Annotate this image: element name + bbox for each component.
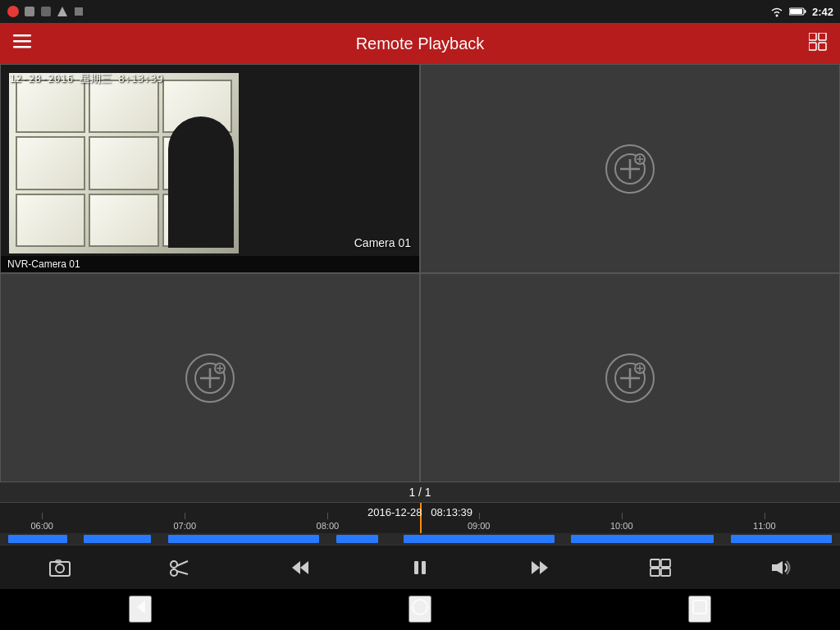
app-icon-2 — [23, 5, 36, 18]
pause-button[interactable] — [404, 551, 436, 584]
timeline-segment — [84, 535, 151, 543]
battery-icon — [789, 7, 807, 16]
video-cell-empty-2[interactable] — [0, 273, 420, 482]
recents-square-icon — [690, 597, 710, 617]
status-time: 2:42 — [812, 6, 833, 18]
svg-rect-12 — [809, 33, 816, 40]
grid-view-button[interactable] — [809, 33, 827, 55]
video-cell-empty-3[interactable] — [420, 273, 840, 482]
fast-forward-button[interactable] — [523, 551, 556, 584]
rewind-button[interactable] — [284, 551, 317, 584]
timeline-date-badge: 2016-12-28 08:13:39 — [368, 506, 472, 518]
timeline-header: 06:0007:0008:0009:0010:0011:00 2016-12-2… — [0, 502, 840, 533]
svg-rect-50 — [661, 568, 670, 576]
figure-silhouette — [168, 116, 234, 248]
app-icon-3 — [39, 5, 52, 18]
grid-layout-icon — [809, 33, 827, 51]
window-pane — [16, 80, 85, 133]
svg-rect-43 — [414, 561, 418, 574]
camera-label-overlay: Camera 01 — [354, 236, 411, 249]
window-pane — [89, 80, 158, 133]
page-indicator-text: 1 / 1 — [409, 486, 431, 499]
video-cell-camera1[interactable]: 12-28-2016 星期三 8:13:39 Camera 01 NVR-Cam… — [0, 64, 420, 273]
home-button[interactable] — [409, 596, 431, 623]
timeline-area[interactable]: 06:0007:0008:0009:0010:0011:00 2016-12-2… — [0, 502, 840, 545]
window-pane — [89, 136, 158, 189]
tick-label: 07:00 — [174, 521, 197, 531]
svg-rect-7 — [804, 10, 806, 13]
multiscreen-button[interactable] — [644, 551, 677, 584]
clip-button[interactable] — [163, 551, 196, 584]
svg-rect-4 — [75, 7, 83, 16]
camera-footer-label: NVR-Camera 01 — [1, 256, 419, 272]
app-header: Remote Playback — [0, 23, 840, 64]
app-icon-4 — [56, 5, 69, 18]
svg-rect-14 — [809, 43, 816, 50]
timeline-bar-row[interactable] — [0, 533, 840, 545]
window-pane — [16, 194, 85, 247]
scissors-icon — [168, 558, 191, 578]
timeline-date: 2016-12-28 — [368, 506, 422, 518]
back-button[interactable] — [129, 596, 152, 623]
svg-rect-54 — [693, 600, 706, 614]
tick-label: 10:00 — [610, 521, 633, 531]
add-channel-button-2[interactable] — [185, 354, 235, 403]
timeline-segment — [731, 535, 832, 543]
pause-icon — [410, 558, 430, 578]
screenshot-button[interactable] — [43, 551, 76, 584]
svg-point-53 — [413, 600, 427, 614]
tick-line — [327, 513, 328, 519]
window-pane — [16, 136, 85, 189]
bottom-toolbar — [0, 545, 840, 589]
svg-marker-51 — [772, 561, 783, 574]
wifi-icon — [769, 6, 784, 17]
svg-rect-1 — [25, 7, 34, 16]
add-channel-button-3[interactable] — [605, 354, 655, 403]
svg-rect-10 — [13, 40, 31, 43]
timeline-segment — [336, 535, 378, 543]
plus-circle-icon-3 — [614, 362, 646, 395]
svg-rect-11 — [13, 46, 31, 48]
menu-button[interactable] — [13, 34, 31, 53]
page-indicator: 1 / 1 — [0, 482, 840, 502]
recents-button[interactable] — [688, 596, 711, 623]
svg-marker-46 — [540, 561, 548, 574]
tick-line — [42, 513, 43, 519]
screenshot-icon — [48, 558, 71, 578]
window-pane — [89, 194, 158, 247]
svg-rect-13 — [819, 33, 826, 40]
tick-label: 11:00 — [753, 521, 776, 531]
timeline-segment — [8, 535, 67, 543]
camera-timestamp: 12-28-2016 星期三 8:13:39 — [9, 71, 163, 86]
volume-button[interactable] — [764, 551, 797, 584]
status-bar: 2:42 — [0, 0, 840, 23]
video-cell-empty-1[interactable] — [420, 64, 840, 273]
svg-rect-9 — [13, 34, 31, 37]
plus-circle-icon-2 — [194, 362, 226, 395]
svg-point-35 — [56, 564, 64, 573]
plus-circle-icon-1 — [614, 153, 646, 185]
svg-point-38 — [171, 569, 177, 576]
svg-rect-8 — [790, 9, 802, 14]
tick-line — [765, 513, 765, 519]
video-grid: 12-28-2016 星期三 8:13:39 Camera 01 NVR-Cam… — [0, 64, 840, 482]
app-icon-5 — [72, 5, 85, 18]
svg-marker-3 — [57, 7, 67, 16]
svg-line-40 — [176, 571, 188, 574]
page-title: Remote Playback — [31, 34, 809, 53]
android-nav-bar — [0, 589, 840, 628]
svg-line-39 — [176, 561, 188, 566]
svg-rect-15 — [819, 43, 826, 50]
add-channel-button-1[interactable] — [605, 144, 655, 194]
svg-marker-42 — [300, 561, 308, 574]
svg-rect-2 — [41, 7, 51, 16]
timeline-time: 08:13:39 — [431, 506, 472, 518]
tick-line — [479, 513, 480, 519]
svg-point-0 — [7, 6, 19, 17]
timeline-segment — [168, 535, 319, 543]
app-icon-1 — [7, 5, 20, 18]
fast-forward-icon — [528, 558, 551, 578]
svg-rect-49 — [651, 568, 660, 576]
svg-point-37 — [171, 561, 177, 568]
svg-point-5 — [775, 15, 778, 17]
